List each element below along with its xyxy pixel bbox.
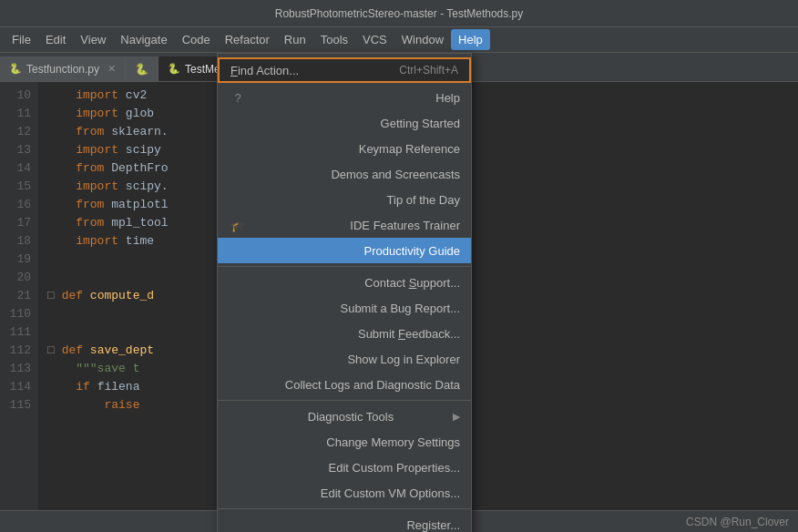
tip-label: Tip of the Day [387,193,460,207]
menu-refactor[interactable]: Refactor [218,29,277,50]
submit-feedback-label: Submit Feedback... [358,327,460,341]
tab-icon-testmethods: 🐍 [168,63,180,75]
menu-help-item[interactable]: ? Help [218,85,471,110]
memory-settings-label: Change Memory Settings [326,435,460,449]
tab-close-testfunction[interactable]: ✕ [107,63,116,75]
keymap-label: Keymap Reference [359,142,460,156]
menu-tools[interactable]: Tools [313,29,355,50]
menu-keymap-reference[interactable]: Keymap Reference [218,136,471,161]
menu-ide-features-trainer[interactable]: 🎓 IDE Features Trainer [218,212,471,238]
contact-support-label: Contact Support... [364,276,460,290]
separator-2 [218,400,471,401]
menu-view[interactable]: View [73,29,113,50]
line-numbers: 10 11 12 13 14 15 16 17 18 19 20 21 110 … [0,82,38,510]
tab-icon-testfunction: 🐍 [9,63,22,75]
menu-vcs[interactable]: VCS [355,29,394,50]
status-text: CSDN @Run_Clover [686,516,789,528]
title-bar-text: RobustPhotometricStereo-master - TestMet… [275,7,524,20]
menu-bar: File Edit View Navigate Code Refactor Ru… [0,27,798,53]
menu-submit-feedback[interactable]: Submit Feedback... [218,321,471,346]
getting-started-label: Getting Started [381,117,460,130]
separator-1 [218,266,471,267]
help-dropdown: Find Action... Ctrl+Shift+A ? Help Getti… [217,53,472,532]
tab-label-testfunction: Testfunction.py [26,63,99,76]
menu-edit-custom-vm-options[interactable]: Edit Custom VM Options... [218,480,471,506]
hat-icon: 🎓 [230,219,245,232]
edit-custom-props-label: Edit Custom Properties... [329,461,461,475]
ide-features-icon-area: 🎓 [229,219,247,232]
find-action-label: Find Action... [230,64,299,77]
menu-run[interactable]: Run [277,29,313,50]
menu-tip-of-day[interactable]: Tip of the Day [218,187,471,212]
menu-find-action[interactable]: Find Action... Ctrl+Shift+A [218,57,471,83]
tab-label-ellipsis: 🐍 [135,63,148,76]
menu-edit-custom-properties[interactable]: Edit Custom Properties... [218,455,471,480]
help-question-icon: ? [234,91,240,105]
help-item-label: Help [435,91,460,105]
menu-getting-started[interactable]: Getting Started [218,110,471,136]
find-action-shortcut: Ctrl+Shift+A [399,64,458,77]
submit-bug-label: Submit a Bug Report... [340,302,460,315]
register-label: Register... [406,518,460,532]
menu-collect-logs[interactable]: Collect Logs and Diagnostic Data [218,372,471,397]
menu-submit-bug-report[interactable]: Submit a Bug Report... [218,295,471,321]
menu-register[interactable]: Register... [218,512,471,532]
menu-demos-screencasts[interactable]: Demos and Screencasts [218,161,471,187]
menu-edit[interactable]: Edit [38,29,73,50]
menu-help[interactable]: Help [451,29,490,50]
show-log-label: Show Log in Explorer [347,353,460,366]
menu-change-memory-settings[interactable]: Change Memory Settings [218,429,471,455]
menu-file[interactable]: File [5,29,38,50]
diagnostic-tools-arrow: ▶ [453,411,460,423]
title-bar: RobustPhotometricStereo-master - TestMet… [0,0,798,27]
menu-code[interactable]: Code [175,29,218,50]
menu-productivity-guide[interactable]: Productivity Guide [218,238,471,263]
menu-diagnostic-tools[interactable]: Diagnostic Tools ▶ [218,404,471,429]
menu-navigate[interactable]: Navigate [113,29,174,50]
menu-contact-support[interactable]: Contact Support... [218,270,471,295]
help-icon-area: ? [229,91,247,105]
collect-logs-label: Collect Logs and Diagnostic Data [285,378,460,392]
menu-show-log-explorer[interactable]: Show Log in Explorer [218,346,471,372]
menu-window[interactable]: Window [394,29,451,50]
diagnostic-tools-label: Diagnostic Tools [308,410,394,424]
separator-3 [218,508,471,509]
edit-vm-options-label: Edit Custom VM Options... [321,486,460,500]
productivity-label: Productivity Guide [364,244,461,258]
demos-label: Demos and Screencasts [331,168,460,181]
tab-testfunction[interactable]: 🐍 Testfunction.py ✕ [0,56,126,81]
ide-features-label: IDE Features Trainer [350,219,460,232]
tab-ellipsis[interactable]: 🐍 [126,56,159,81]
